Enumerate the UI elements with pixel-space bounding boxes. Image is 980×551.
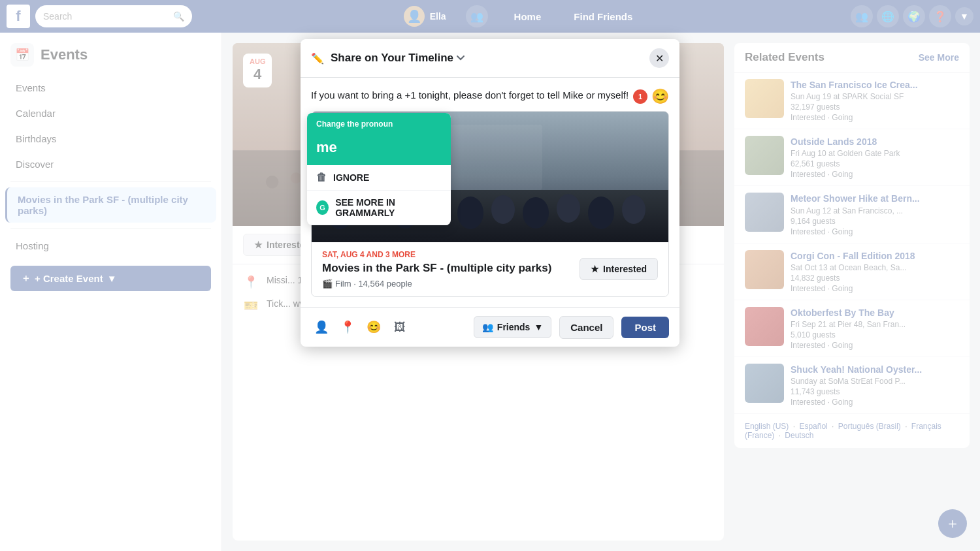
emoji-icon[interactable]: 😊 bbox=[363, 317, 384, 338]
modal-footer-icons: 👤 📍 😊 🖼 bbox=[311, 317, 410, 338]
tag-person-icon[interactable]: 👤 bbox=[311, 317, 332, 338]
modal-title: Share on Your Timeline bbox=[331, 52, 453, 65]
modal-footer: 👤 📍 😊 🖼 👥 Friends ▼ Cancel Post bbox=[301, 307, 679, 347]
modal-title-dropdown[interactable]: Share on Your Timeline bbox=[331, 52, 465, 65]
reaction-row: 1 😊 bbox=[633, 88, 669, 105]
grammarly-see-more-label: SEE MORE IN GRAMMARLY bbox=[335, 197, 442, 218]
modal-body: If you want to bring a +1 tonight, pleas… bbox=[301, 78, 679, 307]
grammarly-ignore-label: IGNORE bbox=[333, 172, 369, 183]
modal-interested-button[interactable]: ★ Interested bbox=[580, 258, 658, 280]
modal-event-title: Movies in the Park SF - (multiple city p… bbox=[322, 262, 551, 275]
svg-point-28 bbox=[491, 195, 515, 224]
modal-event-date: SAT, AUG 4 AND 3 MORE bbox=[322, 250, 551, 259]
grammarly-popup: Change the pronoun me 🗑 IGNORE G SEE MOR… bbox=[307, 113, 451, 225]
share-modal: ✏️ Share on Your Timeline ✕ If you want … bbox=[301, 39, 679, 347]
edit-icon: ✏️ bbox=[311, 52, 324, 65]
svg-point-27 bbox=[457, 197, 483, 229]
svg-rect-33 bbox=[438, 125, 542, 190]
friends-icon: 👥 bbox=[482, 322, 493, 332]
modal-event-meta-text: Film · 14,564 people bbox=[335, 279, 412, 289]
star-icon: ★ bbox=[591, 264, 599, 274]
emoji-picker-icon[interactable]: 😊 bbox=[651, 88, 669, 105]
reaction-count-badge: 1 bbox=[633, 89, 647, 104]
post-button[interactable]: Post bbox=[621, 317, 669, 338]
cancel-button[interactable]: Cancel bbox=[559, 316, 613, 339]
grammarly-ignore-item[interactable]: 🗑 IGNORE bbox=[307, 165, 451, 191]
modal-overlay: ✏️ Share on Your Timeline ✕ If you want … bbox=[0, 0, 980, 551]
dropdown-chevron-icon bbox=[456, 54, 465, 63]
modal-title-area: ✏️ Share on Your Timeline bbox=[311, 52, 465, 65]
modal-body-text: If you want to bring a +1 tonight, pleas… bbox=[311, 88, 669, 103]
modal-event-info: SAT, AUG 4 AND 3 MORE Movies in the Park… bbox=[312, 242, 668, 296]
modal-close-button[interactable]: ✕ bbox=[649, 48, 669, 68]
grammarly-logo-icon: G bbox=[316, 200, 329, 215]
modal-header: ✏️ Share on Your Timeline ✕ bbox=[301, 39, 679, 78]
svg-point-32 bbox=[622, 195, 645, 224]
audience-label: Friends bbox=[497, 322, 531, 332]
modal-interested-label: Interested bbox=[603, 264, 647, 274]
audience-selector-button[interactable]: 👥 Friends ▼ bbox=[474, 316, 551, 338]
modal-event-meta: 🎬 Film · 14,564 people bbox=[322, 279, 551, 289]
grammarly-suggestion[interactable]: me bbox=[307, 135, 451, 165]
location-pin-icon[interactable]: 📍 bbox=[337, 317, 358, 338]
svg-point-30 bbox=[557, 194, 580, 223]
svg-point-29 bbox=[523, 197, 549, 228]
grammarly-header: Change the pronoun bbox=[307, 113, 451, 135]
film-icon: 🎬 bbox=[322, 279, 333, 289]
modal-event-info-left: SAT, AUG 4 AND 3 MORE Movies in the Park… bbox=[322, 250, 551, 289]
trash-icon: 🗑 bbox=[316, 172, 327, 183]
dropdown-arrow-icon: ▼ bbox=[534, 322, 543, 332]
grammarly-see-more-item[interactable]: G SEE MORE IN GRAMMARLY bbox=[307, 191, 451, 225]
svg-point-31 bbox=[588, 197, 614, 229]
photo-icon[interactable]: 🖼 bbox=[389, 317, 410, 338]
